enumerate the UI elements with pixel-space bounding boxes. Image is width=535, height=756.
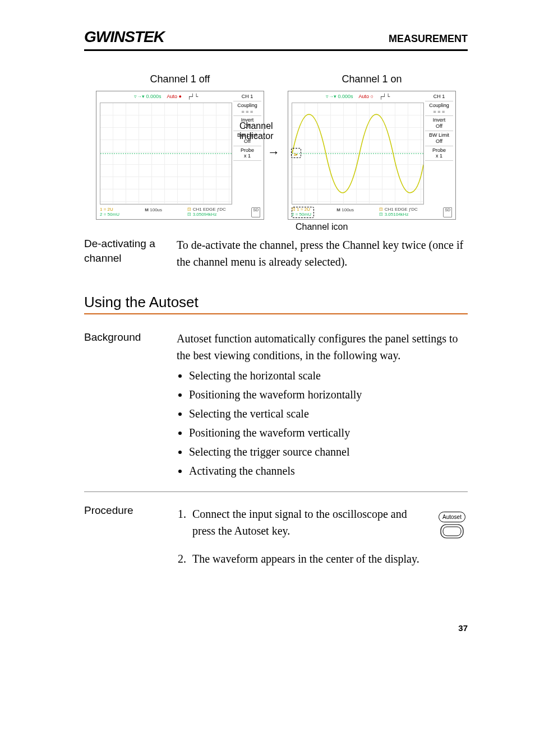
scope-top-bar: ▿→▾ 0.000s Auto ○ ┌┘└ (292, 94, 424, 99)
background-intro: Autoset function automatically configure… (177, 330, 468, 364)
block-procedure: Procedure Autoset Connect the input sign… (84, 503, 468, 578)
scope-grid: 1▸ (292, 103, 424, 205)
block-background: Background Autoset function automaticall… (84, 330, 468, 483)
scope-status-bar: 1 = 2U 2 = 50mU M 100us ⊡ CH1 EDGE ƒDC ⊡… (100, 207, 260, 217)
block-label: Procedure (84, 503, 177, 518)
list-item: Positioning the waveform horizontally (189, 386, 468, 403)
page-heading: MEASUREMENT (389, 33, 468, 45)
figure-channel-on: Channel 1 on → Channelindicator ▿→▾ 0.00… (288, 73, 456, 220)
list-item: Selecting the horizontal scale (189, 367, 468, 384)
sd-card-icon: SD (443, 207, 452, 217)
procedure-list: Autoset Connect the input signal to the … (177, 505, 468, 567)
brand-logo: GWINSTEK (84, 28, 164, 46)
block-label: Background (84, 330, 177, 345)
callout-channel-icon: Channel icon (296, 222, 348, 232)
sd-card-icon: SD (251, 207, 260, 217)
block-label: De-activating a channel (84, 236, 177, 265)
list-item: Autoset Connect the input signal to the … (189, 505, 468, 539)
arrow-icon: → (268, 145, 280, 160)
figure-channel-off: Channel 1 off ▿→▾ 0.000s Auto ● ┌┘└ CH 1… (96, 73, 264, 220)
figure-title: Channel 1 off (150, 73, 210, 85)
background-list: Selecting the horizontal scale Positioni… (177, 367, 468, 479)
key-label: Autoset (439, 512, 465, 522)
figure-row: Channel 1 off ▿→▾ 0.000s Auto ● ┌┘└ CH 1… (84, 73, 468, 220)
figure-title: Channel 1 on (342, 73, 402, 85)
scope-status-bar: ⊡ 1 = 2U 2 = 50mU M 100us ⊡ CH1 EDGE ƒDC… (292, 207, 452, 217)
scope-grid (100, 103, 232, 205)
list-item: Positioning the waveform vertically (189, 424, 468, 441)
page-number: 37 (84, 623, 468, 633)
list-item: The waveform appears in the center of th… (189, 550, 468, 567)
step-text: Connect the input signal to the oscillos… (192, 508, 407, 537)
callout-box (291, 148, 301, 158)
key-icon (440, 523, 464, 539)
scope-side-menu: CH 1 Coupling= = = InvertOff BW LimitOff… (425, 92, 453, 161)
divider (84, 491, 468, 492)
block-text: To de-activate the channel, press the Ch… (177, 236, 468, 270)
svg-rect-4 (443, 527, 461, 536)
sine-wave: 1▸ (292, 103, 423, 204)
section-heading: Using the Autoset (84, 294, 468, 314)
flat-line (100, 103, 232, 204)
scope-display-off: ▿→▾ 0.000s Auto ● ┌┘└ CH 1 Coupling= = =… (96, 91, 264, 220)
list-item: Selecting the vertical scale (189, 405, 468, 422)
callout-channel-indicator: Channelindicator (239, 121, 273, 141)
page-header: GWINSTEK MEASUREMENT (84, 28, 468, 51)
block-content: Autoset function automatically configure… (177, 330, 468, 483)
scope-top-bar: ▿→▾ 0.000s Auto ● ┌┘└ (100, 94, 232, 99)
autoset-key-figure: Autoset (436, 507, 468, 539)
block-content: Autoset Connect the input signal to the … (177, 503, 468, 578)
scope-display-on: ▿→▾ 0.000s Auto ○ ┌┘└ 1▸ CH 1 Coupling= … (288, 91, 456, 220)
block-deactivate: De-activating a channel To de-activate t… (84, 236, 468, 270)
list-item: Selecting the trigger source channel (189, 443, 468, 460)
list-item: Activating the channels (189, 462, 468, 479)
